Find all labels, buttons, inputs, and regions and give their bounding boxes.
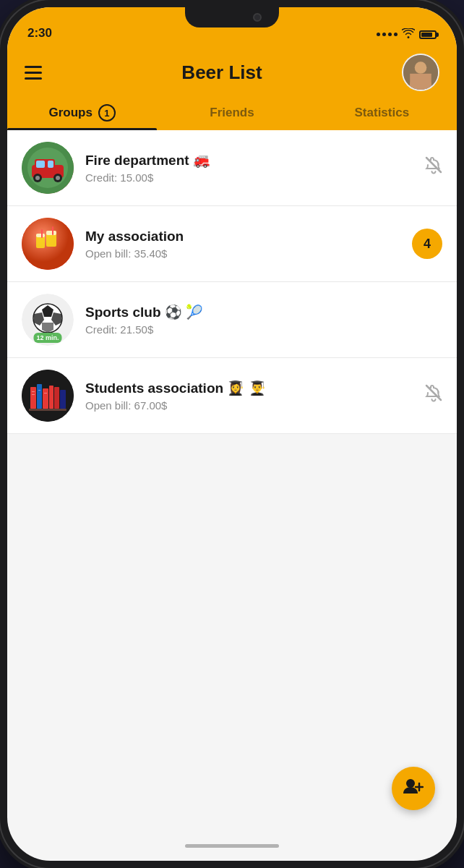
group-avatar-association	[22, 218, 74, 270]
svg-rect-39	[38, 390, 40, 391]
group-name: Sports club ⚽ 🎾	[85, 304, 434, 320]
group-action-fire	[425, 156, 442, 179]
add-person-icon	[403, 778, 424, 799]
signal-icon	[377, 33, 398, 36]
screen: 2:30	[7, 7, 457, 861]
status-time: 2:30	[27, 26, 52, 41]
group-name: Fire department 🚒	[85, 152, 416, 169]
svg-rect-33	[43, 388, 48, 409]
groups-badge: 1	[98, 104, 116, 122]
svg-point-2	[415, 61, 427, 74]
svg-rect-32	[37, 384, 42, 409]
svg-point-42	[406, 779, 415, 788]
svg-point-15	[56, 176, 60, 180]
group-avatar-sports: 12 min.	[22, 294, 74, 346]
svg-rect-40	[44, 393, 47, 393]
user-avatar[interactable]	[402, 54, 439, 91]
time-badge: 12 min.	[33, 333, 61, 343]
group-sub: Open bill: 67.00$	[85, 399, 416, 412]
svg-rect-41	[29, 409, 66, 411]
table-row[interactable]: Fire department 🚒 Credit: 15.00$	[7, 130, 457, 206]
group-info-fire: Fire department 🚒 Credit: 15.00$	[85, 152, 416, 184]
svg-rect-31	[30, 387, 36, 409]
group-name: Students association 👩‍🎓 👨‍🎓	[85, 380, 416, 396]
group-info-association: My association Open bill: 35.40$	[85, 229, 403, 260]
group-sub: Credit: 15.00$	[85, 171, 416, 184]
svg-rect-37	[32, 391, 35, 392]
svg-rect-34	[49, 386, 53, 409]
tab-statistics[interactable]: Statistics	[307, 97, 457, 130]
add-member-fab[interactable]	[392, 767, 435, 810]
tab-groups[interactable]: Groups 1	[7, 97, 157, 130]
menu-button[interactable]	[25, 66, 42, 80]
svg-rect-11	[48, 161, 53, 168]
group-sub: Credit: 21.50$	[85, 323, 434, 336]
svg-rect-20	[36, 234, 45, 237]
svg-rect-38	[32, 394, 35, 395]
svg-rect-23	[52, 226, 53, 235]
group-info-sports: Sports club ⚽ 🎾 Credit: 21.50$	[85, 304, 434, 336]
page-title: Beer List	[181, 61, 262, 84]
group-info-students: Students association 👩‍🎓 👨‍🎓 Open bill: …	[85, 380, 416, 412]
home-indicator	[185, 844, 279, 848]
table-row[interactable]: Students association 👩‍🎓 👨‍🎓 Open bill: …	[7, 358, 457, 434]
group-avatar-students	[22, 370, 74, 422]
phone-frame: 2:30	[0, 0, 464, 868]
notification-badge: 4	[412, 229, 442, 259]
svg-point-13	[35, 176, 40, 180]
wifi-icon	[402, 28, 415, 41]
battery-icon	[419, 30, 437, 39]
status-icons	[377, 28, 437, 41]
svg-rect-35	[54, 387, 59, 409]
svg-rect-4	[410, 74, 431, 90]
bell-muted-icon	[425, 388, 442, 407]
front-camera	[253, 13, 262, 22]
group-avatar-fire	[22, 142, 74, 194]
notch	[185, 7, 279, 27]
svg-rect-22	[41, 229, 43, 238]
svg-rect-36	[60, 390, 66, 409]
group-sub: Open bill: 35.40$	[85, 247, 403, 260]
svg-rect-10	[36, 161, 45, 168]
content-area: Fire department 🚒 Credit: 15.00$	[7, 130, 457, 434]
bell-muted-icon	[425, 161, 442, 179]
svg-rect-21	[46, 231, 56, 235]
table-row[interactable]: 12 min. Sports club ⚽ 🎾 Credit: 21.50$	[7, 282, 457, 358]
avatar-image	[403, 55, 438, 90]
tab-bar: Groups 1 Friends Statistics	[7, 91, 457, 130]
header: Beer List	[7, 46, 457, 91]
group-action-students	[425, 384, 442, 407]
tab-friends[interactable]: Friends	[157, 97, 306, 130]
group-name: My association	[85, 229, 403, 244]
group-action-association: 4	[412, 229, 442, 259]
table-row[interactable]: My association Open bill: 35.40$ 4	[7, 206, 457, 282]
group-list: Fire department 🚒 Credit: 15.00$	[7, 130, 457, 434]
